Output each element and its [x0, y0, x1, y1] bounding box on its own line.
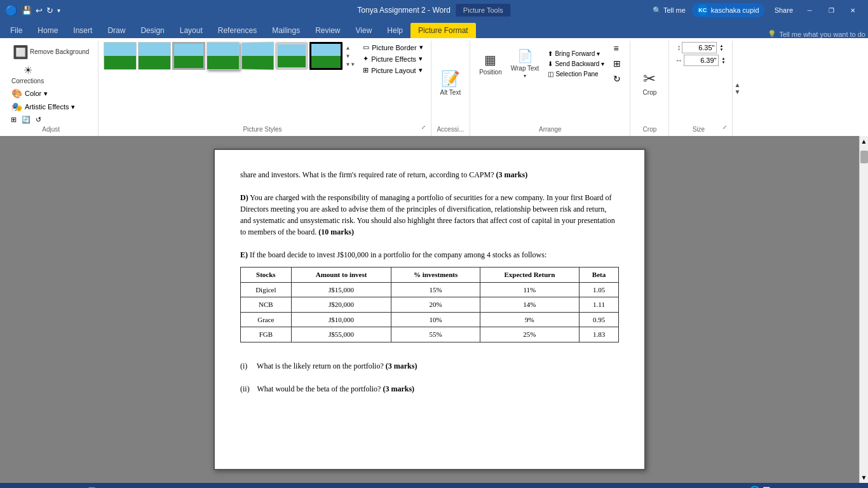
table-row: NCB J$20,000 20% 14% 1.11: [241, 297, 619, 313]
crop-btn[interactable]: ✂ Crop: [635, 67, 663, 99]
height-down[interactable]: ▼: [718, 48, 724, 51]
artistic-icon: 🎭: [11, 102, 22, 112]
quick-undo[interactable]: ↩: [36, 6, 43, 15]
print-layout-view[interactable]: ▦: [738, 485, 747, 488]
tab-design[interactable]: Design: [133, 23, 172, 38]
main-container: share and investors. What is the firm's …: [0, 136, 868, 483]
picture-layout-btn[interactable]: ⊞ Picture Layout ▾: [360, 65, 425, 76]
change-pic-btn[interactable]: 🔄: [20, 115, 32, 125]
quick-save[interactable]: 💾: [22, 6, 32, 15]
tab-picture-format[interactable]: Picture Format: [410, 23, 476, 38]
web-layout-view[interactable]: 🌐: [749, 485, 760, 488]
artistic-effects-btn[interactable]: 🎭 Artistic Effects ▾: [9, 100, 78, 113]
wrap-dropdown: ▾: [524, 73, 526, 79]
picture-styles-label: Picture Styles: [104, 125, 421, 135]
pic-style-4[interactable]: [207, 42, 240, 70]
minimize-btn[interactable]: ─: [799, 4, 820, 17]
tab-help[interactable]: Help: [379, 23, 410, 38]
layout-dropdown: ▾: [419, 66, 423, 74]
pic-style-1[interactable]: [104, 42, 137, 70]
gallery-scroll: ▲ ▼ ▼▼: [344, 44, 356, 69]
tab-home[interactable]: Home: [30, 23, 65, 38]
picture-border-btn[interactable]: ▭ Picture Border ▾: [360, 42, 425, 53]
ribbon-scroll-down[interactable]: ▼: [734, 88, 740, 95]
ribbon-group-accessibility: 📝 Alt Text Accessi...: [431, 41, 471, 136]
accessibility-items: 📝 Alt Text: [437, 42, 465, 125]
close-btn[interactable]: ✕: [843, 4, 863, 17]
crop-items: ✂ Crop: [635, 42, 663, 125]
ribbon-group-crop: ✂ Crop Crop: [630, 41, 669, 136]
artistic-dropdown-icon: ▾: [71, 103, 75, 111]
tab-insert[interactable]: Insert: [65, 23, 100, 38]
pic-style-2[interactable]: [138, 42, 171, 70]
rotate-btn[interactable]: ↻: [609, 72, 625, 85]
remove-bg-icon: 🔲: [13, 44, 29, 60]
send-backward-icon: ⬇: [548, 60, 553, 67]
corrections-btn[interactable]: ☀ Corrections: [9, 63, 46, 86]
bring-forward-btn[interactable]: ⬆ Bring Forward ▾: [544, 49, 608, 58]
pic-style-6[interactable]: [275, 42, 308, 70]
outline-view[interactable]: ☰: [763, 485, 771, 488]
align-btn[interactable]: ≡: [609, 42, 625, 55]
gallery-down[interactable]: ▼: [344, 52, 356, 60]
scroll-up-btn[interactable]: ▲: [859, 136, 868, 147]
ribbon-scroll-up[interactable]: ▲: [734, 81, 740, 88]
position-icon: ▦: [484, 52, 496, 67]
wrap-text-btn[interactable]: 📄 Wrap Text ▾: [507, 46, 543, 81]
gallery-up[interactable]: ▲: [344, 44, 356, 52]
scroll-bar-right[interactable]: ▲ ▼: [859, 136, 868, 483]
tab-mailings[interactable]: Mailings: [264, 23, 308, 38]
tab-view[interactable]: View: [348, 23, 380, 38]
width-row: ↔ ▲ ▼: [675, 55, 726, 66]
group-btn[interactable]: ⊞: [609, 57, 625, 70]
width-input[interactable]: [684, 55, 719, 66]
picture-styles-expand[interactable]: ⤢: [421, 125, 426, 135]
maximize-btn[interactable]: ❐: [821, 4, 841, 17]
selection-pane-btn[interactable]: ◫ Selection Pane: [544, 69, 608, 79]
width-spin: ▲ ▼: [720, 57, 726, 64]
gallery-more[interactable]: ▼▼: [344, 60, 356, 69]
size-expand[interactable]: ⤢: [722, 125, 727, 135]
title-center: Tonya Assignment 2 - Word Picture Tools: [357, 4, 510, 17]
adjust-label: Adjust: [9, 125, 93, 135]
width-down[interactable]: ▼: [720, 60, 726, 64]
tab-review[interactable]: Review: [308, 23, 348, 38]
send-backward-btn[interactable]: ⬇ Send Backward ▾: [544, 59, 608, 69]
position-btn[interactable]: ▦ Position: [475, 50, 506, 78]
pic-style-7[interactable]: [309, 42, 342, 70]
crop-label: Crop: [635, 125, 663, 135]
color-btn[interactable]: 🎨 Color ▾: [9, 87, 50, 100]
quick-redo[interactable]: ↻: [46, 6, 53, 15]
tell-me-input[interactable]: 💡 Tell me what you want to do: [768, 30, 865, 38]
pic-style-5[interactable]: [241, 41, 275, 70]
tab-file[interactable]: File: [3, 23, 30, 38]
tab-layout[interactable]: Layout: [172, 23, 210, 38]
user-badge[interactable]: KC kaschaka cupid: [692, 3, 764, 17]
corrections-icon: ☀: [24, 64, 32, 76]
alt-text-btn[interactable]: 📝 Alt Text: [437, 67, 465, 99]
quick-more[interactable]: ▾: [57, 7, 60, 14]
word-icon: 🔵: [5, 4, 18, 17]
color-icon: 🎨: [11, 88, 22, 98]
picture-effects-btn[interactable]: ✦ Picture Effects ▾: [360, 53, 425, 64]
document-page[interactable]: share and investors. What is the firm's …: [214, 149, 646, 470]
share-btn[interactable]: Share: [775, 6, 793, 14]
question-ii: (ii) What would be the beta of the portf…: [240, 383, 619, 395]
accessibility-label: Accessi...: [437, 125, 465, 135]
col-amount: Amount to invest: [291, 268, 391, 283]
height-input[interactable]: [682, 42, 717, 53]
reset-pic-btn[interactable]: ↺: [34, 115, 43, 125]
adjust-items: 🔲 Remove Background ☀ Corrections 🎨 Colo…: [9, 42, 93, 125]
scroll-down-btn[interactable]: ▼: [859, 472, 868, 483]
title-bar-right: 🔍 Tell me KC kaschaka cupid Share ─ ❐ ✕: [653, 3, 863, 17]
remove-background-btn[interactable]: 🔲 Remove Background: [9, 42, 93, 62]
tab-draw[interactable]: Draw: [100, 23, 133, 38]
picture-styles-items: ▲ ▼ ▼▼ ▭ Picture Border ▾ ✦ Picture Effe…: [104, 42, 425, 125]
border-dropdown: ▾: [419, 43, 423, 51]
user-avatar: KC: [697, 4, 709, 16]
scroll-thumb[interactable]: [860, 151, 868, 163]
tab-references[interactable]: References: [210, 23, 264, 38]
search-ribbon-btn[interactable]: 🔍 Tell me: [653, 6, 686, 15]
pic-style-3[interactable]: [172, 42, 205, 70]
compress-btn[interactable]: ⊞: [9, 115, 18, 125]
